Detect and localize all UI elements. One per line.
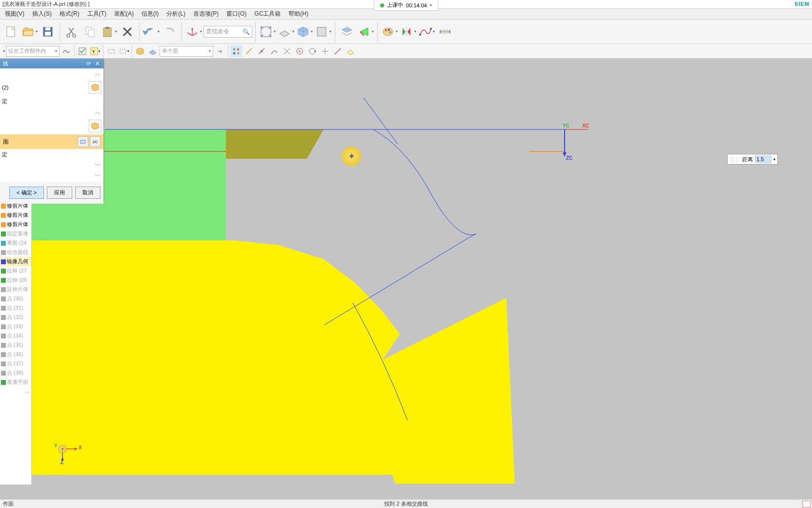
chevron-down-icon[interactable]: ▾: [292, 29, 294, 34]
mirror-button[interactable]: ▾: [399, 23, 417, 41]
active-selection-row[interactable]: 面 ZC: [0, 134, 103, 149]
recording-banner[interactable]: 上课中 00:14:04 ▾: [374, 0, 438, 11]
tree-item[interactable]: 拉伸 (28: [0, 275, 31, 285]
selection-scope-combo[interactable]: 仅在工作部件内▾: [6, 46, 60, 57]
menu-gc[interactable]: GC工具箱: [250, 10, 284, 18]
tree-item[interactable]: 点 (34): [0, 331, 31, 340]
distance-field[interactable]: [755, 155, 771, 163]
rect-select-button[interactable]: [105, 45, 117, 57]
viewport-3d[interactable]: YC XC ZC ⋮⋮ 距离 ▾ X Y Z: [32, 59, 812, 485]
chevron-down-icon[interactable]: ▾: [200, 29, 202, 34]
render-style-button[interactable]: ▾: [314, 23, 332, 41]
zc-plane-button[interactable]: ZC: [90, 136, 101, 147]
snap-face-button[interactable]: [345, 45, 356, 57]
delete-button[interactable]: [119, 23, 136, 41]
orient-view-button[interactable]: ▾: [277, 23, 295, 41]
tree-item[interactable]: 点 (30): [0, 294, 31, 303]
snap-point-button[interactable]: [230, 45, 242, 57]
wave-button[interactable]: [61, 45, 72, 57]
undo-button[interactable]: ▾: [142, 23, 160, 41]
body-selector-button[interactable]: [89, 81, 102, 94]
arrow-right-button[interactable]: ➜: [214, 45, 226, 57]
tree-item[interactable]: 修剪片体: [0, 220, 31, 229]
material-button[interactable]: ▾: [381, 23, 398, 41]
chevron-down-icon[interactable]: ▾: [414, 29, 416, 34]
refresh-icon[interactable]: ⟳: [85, 60, 92, 67]
snap-mid-button[interactable]: [256, 45, 267, 57]
tree-item[interactable]: 固定基准: [0, 229, 31, 238]
chevron-down-icon[interactable]: ▾: [115, 29, 117, 34]
tree-item[interactable]: 点 (32): [0, 313, 31, 322]
chevron-down-icon[interactable]: ▾: [433, 29, 435, 34]
csys-button[interactable]: ▾: [185, 23, 203, 41]
menu-info[interactable]: 信息(I): [138, 10, 162, 18]
new-file-button[interactable]: [2, 23, 20, 41]
face-selector-button[interactable]: [89, 120, 102, 132]
snap-tangent-button[interactable]: [319, 45, 331, 57]
chevron-down-icon[interactable]: ▾: [372, 29, 374, 34]
dialog-header[interactable]: 线 ⟳ ✕: [0, 59, 103, 68]
paste-button[interactable]: ▾: [100, 23, 118, 41]
menu-tools[interactable]: 工具(T): [83, 10, 110, 18]
redo-button[interactable]: [161, 23, 179, 41]
tree-item[interactable]: 点 (37): [0, 359, 31, 368]
section-button[interactable]: ▾: [357, 23, 374, 41]
chevron-down-icon[interactable]: ▾: [396, 29, 398, 34]
spline-button[interactable]: ▾: [418, 23, 435, 41]
chevron-down-icon[interactable]: ▾: [36, 29, 38, 34]
cut-button[interactable]: [63, 23, 81, 41]
chevron-down-icon[interactable]: ▾: [274, 29, 276, 34]
chevron-down-icon[interactable]: ▾: [773, 157, 775, 162]
tree-item[interactable]: 点 (33): [0, 322, 31, 331]
chevron-down-icon[interactable]: ▾: [329, 29, 331, 34]
tree-collapse[interactable]: ︿: [0, 387, 31, 396]
feature-tree[interactable]: 修剪片体修剪片体修剪片体固定基准草图 (24组合曲线镜像几何拉伸 (27拉伸 (…: [0, 201, 32, 485]
box-button[interactable]: [134, 45, 146, 57]
open-file-button[interactable]: ▾: [20, 23, 38, 41]
close-icon[interactable]: ✕: [94, 60, 101, 67]
section-header-3[interactable]: ﹀: [0, 160, 103, 171]
save-button[interactable]: [39, 23, 57, 41]
filter-button[interactable]: ▾: [89, 45, 101, 57]
shade-button[interactable]: ▾: [296, 23, 313, 41]
tree-item[interactable]: 拉伸 (27: [0, 266, 31, 275]
tree-item[interactable]: 延伸片体: [0, 285, 31, 294]
plane-icon-button[interactable]: [78, 136, 88, 147]
cancel-button[interactable]: 取消: [75, 187, 101, 199]
chevron-down-icon[interactable]: ▾: [311, 29, 313, 34]
command-search-input[interactable]: 查找命令 🔍: [203, 26, 252, 38]
section-header-1[interactable]: ︿: [0, 68, 103, 79]
fit-view-button[interactable]: ▾: [259, 23, 276, 41]
face-filter-combo[interactable]: 单个面▾: [160, 46, 213, 57]
tree-item[interactable]: 点 (31): [0, 303, 31, 313]
tree-item[interactable]: 修剪片体: [0, 211, 31, 220]
snap-intersect-button[interactable]: [281, 45, 293, 57]
chevron-down-icon[interactable]: ▾: [158, 29, 160, 34]
select-all-button[interactable]: [77, 45, 88, 57]
copy-button[interactable]: [81, 23, 99, 41]
snap-curve-button[interactable]: [268, 45, 280, 57]
tree-item[interactable]: 点 (35): [0, 340, 31, 350]
apply-button[interactable]: 应用: [47, 187, 72, 199]
measure-button[interactable]: [436, 23, 454, 41]
snap-perp-button[interactable]: [332, 45, 344, 57]
chevron-down-icon[interactable]: ▾: [3, 49, 5, 53]
menu-window[interactable]: 窗口(O): [223, 10, 250, 18]
recording-dropdown-icon[interactable]: ▾: [430, 3, 432, 7]
menu-insert[interactable]: 插入(S): [28, 10, 56, 18]
snap-end-button[interactable]: [243, 45, 255, 57]
tree-item[interactable]: 点 (38): [0, 368, 31, 378]
section-header-4[interactable]: ﹀: [0, 171, 103, 182]
tree-item[interactable]: 基准平面: [0, 378, 31, 387]
tree-item[interactable]: 镜像几何: [0, 257, 31, 266]
menu-view[interactable]: 视图(V): [1, 10, 28, 18]
menu-analysis[interactable]: 分析(L): [162, 10, 189, 18]
section-header-2[interactable]: ︿: [0, 107, 103, 118]
menu-format[interactable]: 格式(R): [56, 10, 83, 18]
tree-item[interactable]: 点 (36): [0, 350, 31, 359]
menu-help[interactable]: 帮助(H): [284, 10, 312, 18]
snap-center-button[interactable]: [294, 45, 305, 57]
tree-item[interactable]: 草图 (24: [0, 238, 31, 248]
menu-prefs[interactable]: 首选项(P): [189, 10, 223, 18]
ok-button[interactable]: < 确定 >: [9, 187, 44, 199]
